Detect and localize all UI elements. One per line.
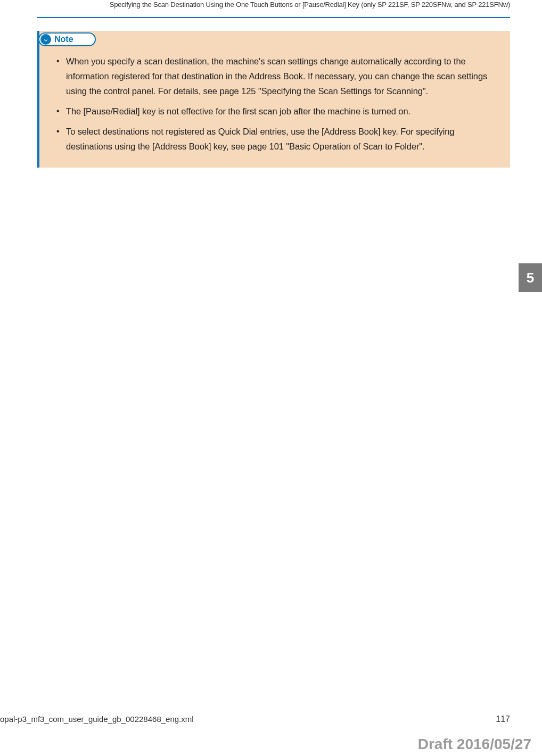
- note-item: The [Pause/Redial] key is not effective …: [54, 104, 498, 119]
- note-item: To select destinations not registered as…: [54, 124, 498, 154]
- page-header: Specifying the Scan Destination Using th…: [0, 0, 542, 15]
- draft-stamp: Draft 2016/05/27: [418, 736, 531, 753]
- content-area: Note When you specify a scan destination…: [0, 18, 542, 168]
- header-title: Specifying the Scan Destination Using th…: [48, 0, 510, 10]
- footer-file-path: opal-p3_mf3_com_user_guide_gb_00228468_e…: [0, 715, 194, 724]
- note-list: When you specify a scan destination, the…: [39, 54, 510, 154]
- chapter-tab: 5: [519, 263, 542, 292]
- note-label: Note: [54, 35, 73, 44]
- note-item: When you specify a scan destination, the…: [54, 54, 498, 98]
- page-number: 117: [496, 715, 510, 724]
- page-footer: opal-p3_mf3_com_user_guide_gb_00228468_e…: [0, 715, 542, 724]
- note-badge: Note: [38, 32, 96, 46]
- arrow-down-icon: [40, 34, 51, 45]
- note-block: Note When you specify a scan destination…: [37, 31, 510, 168]
